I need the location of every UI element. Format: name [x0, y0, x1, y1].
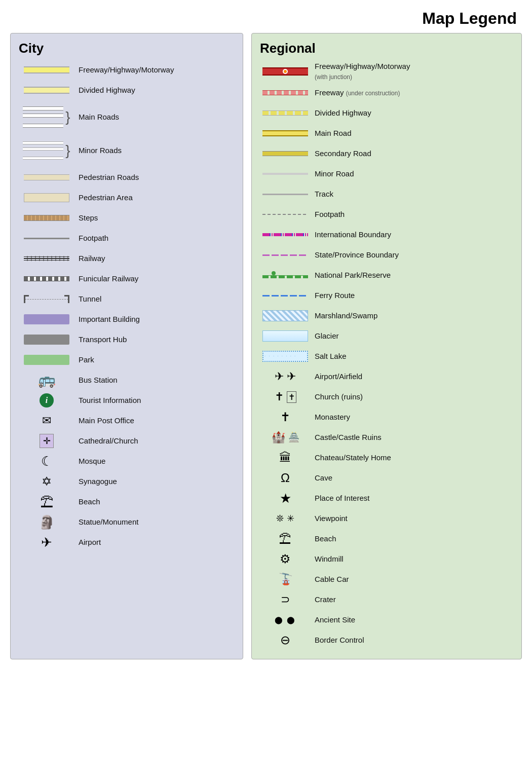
- tourist-info-label: Tourist Information: [74, 395, 141, 405]
- reg-salt-lake-label: Salt Lake: [311, 351, 347, 361]
- reg-viewpoint-icon: ❊✳: [276, 513, 294, 524]
- list-item: 🚡 Cable Car: [260, 571, 513, 588]
- important-building-symbol: [24, 314, 69, 324]
- reg-cable-car-icon: 🚡: [279, 574, 292, 585]
- list-item: ⊃ Crater: [260, 591, 513, 608]
- page-title: Map Legend: [0, 0, 532, 33]
- reg-chateau-label: Chateau/Stately Home: [311, 453, 391, 463]
- tunnel-symbol: [24, 294, 69, 304]
- reg-national-park-label: National Park/Reserve: [311, 270, 391, 280]
- reg-minor-road-label: Minor Road: [311, 169, 354, 179]
- reg-cave-icon: Ω: [281, 472, 290, 484]
- list-item: Marshland/Swamp: [260, 307, 513, 324]
- list-item: Freeway/Highway/Motorway: [19, 61, 235, 79]
- reg-viewpoint-label: Viewpoint: [311, 513, 348, 524]
- reg-ancient-site-icon: ⬤ ⬤: [275, 616, 296, 623]
- cathedral-church-label: Cathedral/Church: [74, 436, 138, 446]
- list-item: 🚌 Bus Station: [19, 372, 235, 389]
- list-item: ✡ Synagogue: [19, 473, 235, 490]
- reg-freeway-label: Freeway/Highway/Motorway (with junction): [311, 61, 410, 81]
- list-item: Divided Highway: [19, 82, 235, 99]
- reg-monastery-icon: ✝: [280, 411, 290, 423]
- reg-crater-icon: ⊃: [281, 594, 290, 605]
- synagogue-label: Synagogue: [74, 476, 117, 487]
- reg-track-symbol: [262, 194, 308, 195]
- pedestrian-area-label: Pedestrian Area: [74, 193, 133, 203]
- list-item: 🗿 Statue/Monument: [19, 513, 235, 531]
- list-item: } Main Roads: [19, 102, 235, 132]
- reg-border-control-label: Border Control: [311, 635, 364, 645]
- list-item: International Boundary: [260, 226, 513, 243]
- reg-main-road-label: Main Road: [311, 128, 352, 138]
- list-item: ⊖ Border Control: [260, 632, 513, 649]
- list-item: ✛ Cathedral/Church: [19, 432, 235, 450]
- list-item: ✉ Main Post Office: [19, 412, 235, 429]
- reg-freeway-construct-label: Freeway (under construction): [311, 88, 400, 98]
- regional-column: Regional Freeway/Highway/Motorway (with …: [251, 33, 522, 659]
- footpath-label: Footpath: [74, 233, 108, 243]
- reg-divided-symbol: [262, 110, 308, 116]
- bus-station-label: Bus Station: [74, 375, 118, 385]
- airport-icon: ✈: [41, 536, 52, 549]
- list-item: Footpath: [19, 230, 235, 247]
- freeway-symbol: [24, 66, 69, 73]
- divided-highway-symbol: [24, 87, 69, 94]
- railway-symbol: [24, 256, 69, 261]
- reg-marshland-symbol: [262, 310, 308, 321]
- reg-national-park-symbol: [262, 271, 308, 279]
- reg-marshland-label: Marshland/Swamp: [311, 311, 377, 321]
- steps-label: Steps: [74, 213, 98, 223]
- list-item: ☾ Mosque: [19, 453, 235, 470]
- beach-label: Beach: [74, 497, 100, 507]
- reg-place-interest-label: Place of Interest: [311, 493, 369, 503]
- list-item: Park: [19, 351, 235, 368]
- list-item: ⛱ Beach: [19, 493, 235, 510]
- list-item: ✝✝ Church (ruins): [260, 388, 513, 405]
- list-item: Freeway (under construction): [260, 84, 513, 101]
- minor-roads-brace: }: [65, 143, 70, 158]
- list-item: ⚙ Windmill: [260, 550, 513, 568]
- reg-ferry-label: Ferry Route: [311, 290, 355, 301]
- list-item: ❊✳ Viewpoint: [260, 510, 513, 527]
- statue-monument-label: Statue/Monument: [74, 517, 138, 527]
- minor-roads-symbol: }: [23, 141, 70, 160]
- pedestrian-roads-symbol: [24, 174, 69, 180]
- reg-state-boundary-symbol: [262, 254, 308, 256]
- list-item: Main Road: [260, 125, 513, 142]
- pedestrian-roads-label: Pedestrian Roads: [74, 172, 139, 182]
- list-item: } Minor Roads: [19, 135, 235, 166]
- transport-hub-symbol: [24, 335, 69, 345]
- reg-windmill-label: Windmill: [311, 554, 344, 564]
- reg-secondary-road-symbol: [262, 151, 308, 156]
- reg-cave-label: Cave: [311, 473, 332, 483]
- reg-airport-label: Airport/Airfield: [311, 372, 362, 382]
- divided-highway-label: Divided Highway: [74, 85, 135, 95]
- list-item: National Park/Reserve: [260, 267, 513, 284]
- list-item: Steps: [19, 209, 235, 227]
- park-label: Park: [74, 355, 94, 365]
- list-item: Divided Highway: [260, 104, 513, 122]
- reg-state-boundary-label: State/Province Boundary: [311, 250, 399, 260]
- regional-heading: Regional: [260, 41, 513, 56]
- list-item: Funicular Railway: [19, 270, 235, 287]
- list-item: 🏛 Chateau/Stately Home: [260, 449, 513, 466]
- reg-secondary-road-label: Secondary Road: [311, 149, 371, 159]
- main-roads-symbol: }: [23, 106, 70, 128]
- reg-church-icon: ✝✝: [275, 390, 296, 403]
- tunnel-label: Tunnel: [74, 294, 101, 304]
- cathedral-church-icon: ✛: [40, 434, 54, 448]
- mosque-icon: ☾: [41, 455, 53, 468]
- important-building-label: Important Building: [74, 314, 140, 324]
- reg-freeway-symbol: [262, 67, 308, 76]
- list-item: ⛱ Beach: [260, 530, 513, 547]
- list-item: Ω Cave: [260, 469, 513, 487]
- footpath-symbol: [24, 238, 69, 239]
- reg-footpath-label: Footpath: [311, 209, 345, 219]
- list-item: Important Building: [19, 311, 235, 328]
- mosque-label: Mosque: [74, 456, 105, 466]
- post-office-label: Main Post Office: [74, 416, 134, 426]
- reg-castle-icon: 🏰🏯: [272, 431, 299, 444]
- steps-symbol: [24, 215, 69, 221]
- beach-icon: ⛱: [40, 495, 53, 508]
- reg-divided-label: Divided Highway: [311, 108, 371, 118]
